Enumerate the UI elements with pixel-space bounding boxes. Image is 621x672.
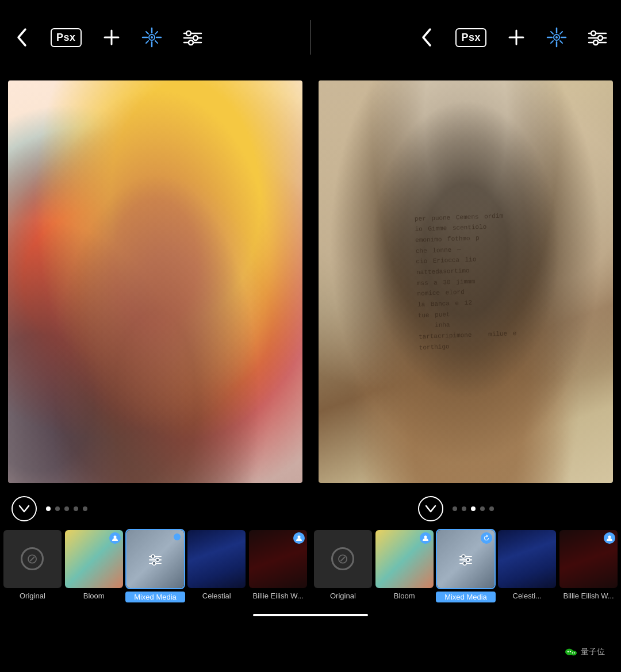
svg-point-42 — [152, 562, 156, 565]
filter-thumb-billie-left — [248, 529, 308, 589]
filter-item-mixed-left[interactable]: Mixed Media — [125, 529, 186, 602]
filter-label-celestial-right: Celesti... — [497, 592, 557, 600]
image-panel-right: per puone Cemens ordim io Gimme scentiol… — [310, 75, 621, 489]
filter-item-celestial-left[interactable]: Celestial — [186, 529, 247, 602]
magic-button-left[interactable] — [141, 27, 162, 48]
svg-point-49 — [466, 558, 470, 562]
svg-point-44 — [424, 536, 427, 539]
filter-item-bloom-right[interactable]: Bloom — [374, 529, 435, 602]
svg-line-9 — [155, 41, 158, 43]
mixedmedia-image — [319, 80, 613, 483]
svg-point-55 — [570, 651, 577, 655]
psx-logo-left: Psx — [51, 28, 82, 47]
dot-r2 — [462, 506, 466, 511]
svg-point-33 — [591, 31, 596, 36]
bottom-section: ⊘ Original Bloom — [0, 489, 621, 625]
badge-user-bloom-right — [420, 532, 431, 544]
image-panel-left — [0, 75, 310, 489]
svg-point-40 — [151, 555, 155, 558]
svg-point-35 — [593, 40, 598, 45]
psx-logo-right: Psx — [455, 28, 486, 47]
back-button-left[interactable] — [14, 26, 30, 49]
dot-5 — [83, 506, 87, 511]
filter-item-billie-right[interactable]: Billie Eilish W... — [558, 529, 619, 602]
filter-item-original-right[interactable]: ⊘ Original — [313, 529, 373, 602]
top-bar-left: Psx — [0, 0, 310, 75]
no-filter-icon: ⊘ — [21, 547, 44, 570]
watermark-text: 量子位 — [581, 647, 605, 657]
chevron-panel-left — [0, 496, 214, 521]
filter-label-billie-right: Billie Eilish W... — [558, 592, 619, 600]
svg-point-41 — [156, 558, 159, 562]
badge-user-billie-left — [293, 532, 305, 544]
chevron-button-left[interactable] — [12, 496, 37, 521]
filter-thumb-billie-right — [558, 529, 619, 589]
no-filter-icon-right: ⊘ — [331, 547, 354, 570]
svg-point-43 — [297, 536, 300, 539]
filter-item-bloom-left[interactable]: Bloom — [64, 529, 124, 602]
add-button-left[interactable] — [102, 28, 121, 47]
image-canvas-left — [8, 80, 302, 483]
filter-label-mixed-left: Mixed Media — [125, 592, 186, 602]
filter-label-billie-left: Billie Eilish W... — [248, 592, 308, 600]
chevron-row — [0, 489, 621, 529]
dot-r3 — [471, 506, 476, 511]
filter-item-original-left[interactable]: ⊘ Original — [2, 529, 63, 602]
image-canvas-right: per puone Cemens ordim io Gimme scentiol… — [319, 80, 613, 483]
dots-left — [46, 506, 87, 511]
sliders-button-left[interactable] — [183, 29, 202, 46]
filter-item-celestial-right[interactable]: Celesti... — [497, 529, 557, 602]
dot-r5 — [489, 506, 494, 511]
filter-thumb-celestial-left — [186, 529, 247, 589]
filter-strip-left: ⊘ Original Bloom — [0, 529, 310, 609]
dots-right — [453, 506, 494, 511]
filter-thumb-bloom-right — [374, 529, 435, 589]
dot-1 — [46, 506, 51, 511]
svg-point-17 — [189, 40, 193, 45]
add-button-right[interactable] — [507, 28, 526, 47]
filter-thumb-mixed-right — [436, 529, 496, 589]
svg-line-29 — [551, 41, 553, 43]
filter-label-mixed-right: Mixed Media — [436, 592, 496, 602]
svg-point-15 — [186, 31, 191, 36]
filter-thumb-original-left: ⊘ — [2, 529, 63, 589]
dot-r1 — [453, 506, 457, 511]
filter-item-billie-left[interactable]: Billie Eilish W... — [248, 529, 308, 602]
filter-label-original-right: Original — [313, 592, 373, 600]
svg-line-27 — [560, 41, 562, 43]
svg-point-34 — [598, 36, 603, 40]
svg-line-8 — [146, 32, 148, 34]
top-bar-right: Psx — [311, 0, 621, 75]
chevron-button-right[interactable] — [418, 496, 443, 521]
svg-point-16 — [193, 36, 198, 40]
svg-line-10 — [155, 32, 158, 34]
svg-point-7 — [151, 36, 153, 39]
filter-item-mixed-right[interactable]: Mixed Media — [436, 529, 496, 602]
scroll-indicator — [253, 614, 368, 616]
magic-button-right[interactable] — [546, 27, 567, 48]
svg-point-36 — [113, 536, 116, 539]
svg-point-57 — [574, 652, 575, 654]
svg-point-51 — [608, 536, 611, 539]
filter-label-celestial-left: Celestial — [186, 592, 247, 600]
filter-thumb-mixed-left — [125, 529, 186, 589]
svg-point-50 — [463, 562, 466, 565]
sliders-button-right[interactable] — [588, 29, 607, 46]
top-bars: Psx — [0, 0, 621, 75]
badge-user-billie-right — [604, 532, 615, 544]
svg-point-25 — [555, 36, 558, 39]
filter-label-bloom-right: Bloom — [374, 592, 435, 600]
svg-line-26 — [551, 32, 553, 34]
filter-thumb-celestial-right — [497, 529, 557, 589]
chevron-panel-right — [407, 496, 621, 521]
svg-point-56 — [572, 652, 573, 654]
filter-thumb-original-right: ⊘ — [313, 529, 373, 589]
filter-label-bloom-left: Bloom — [64, 592, 124, 600]
svg-line-28 — [560, 32, 562, 34]
dot-2 — [55, 506, 60, 511]
filter-strips: ⊘ Original Bloom — [0, 529, 621, 609]
back-button-right[interactable] — [419, 26, 435, 49]
filter-strip-right: ⊘ Original Bloom — [310, 529, 621, 609]
svg-point-48 — [462, 555, 465, 558]
wechat-watermark: 量子位 — [560, 643, 610, 661]
